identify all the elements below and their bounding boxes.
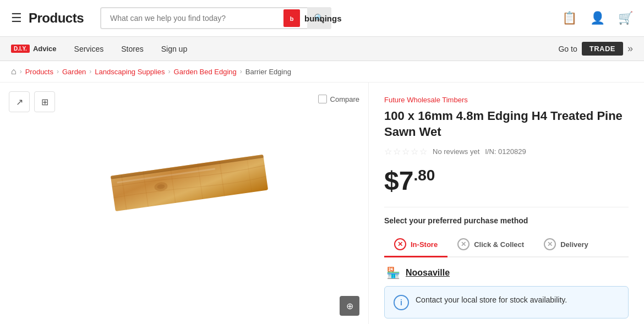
header-actions: 📋 👤 🛒 <box>562 11 633 25</box>
svg-text:b: b <box>290 15 294 22</box>
cart-icon: 🛒 <box>618 11 633 25</box>
bunnings-logo-svg: b bunnings <box>283 8 361 28</box>
breadcrumb-garden[interactable]: Garden <box>62 68 86 76</box>
rating-text: No reviews yet <box>433 147 479 156</box>
bunnings-logo: b bunnings <box>283 8 361 28</box>
trade-button[interactable]: TRADE <box>582 42 623 56</box>
product-image <box>96 132 272 275</box>
navbar: D.I.Y. Advice Services Stores Sign up Go… <box>0 37 644 61</box>
diy-advice-link[interactable]: D.I.Y. Advice <box>11 45 57 53</box>
breadcrumb-sep-0: › <box>20 68 22 75</box>
delivery-icon: ✕ <box>544 238 556 250</box>
share-button[interactable]: ↗ <box>9 91 30 112</box>
diy-badge: D.I.Y. <box>11 45 30 53</box>
svg-text:bunnings: bunnings <box>304 14 342 23</box>
price-cents: .80 <box>413 167 435 184</box>
store-building-icon: 🏪 <box>386 266 400 279</box>
star-4: ☆ <box>411 146 418 157</box>
hamburger-icon: ☰ <box>11 11 22 25</box>
bookmark-icon: ⊞ <box>41 97 48 107</box>
trade-arrows-icon: » <box>627 43 633 54</box>
product-image-area: ↗ ⊞ Compare <box>0 83 369 324</box>
site-logo: Products <box>29 10 84 26</box>
tab-delivery-label: Delivery <box>560 240 588 249</box>
home-icon[interactable]: ⌂ <box>11 67 17 76</box>
purchase-method-title: Select your preferred purchase method <box>384 216 629 225</box>
tab-in-store-label: In-Store <box>411 240 438 249</box>
rating-row: ☆ ☆ ☆ ☆ ☆ No reviews yet I/N: 0120829 <box>384 146 629 157</box>
store-row: 🏪 Noosaville <box>384 266 629 279</box>
tab-delivery[interactable]: ✕ Delivery <box>534 233 598 257</box>
breadcrumb-products[interactable]: Products <box>25 68 53 76</box>
method-tabs: ✕ In-Store ✕ Click & Collect ✕ Delivery <box>384 233 629 257</box>
zoom-button[interactable]: ⊕ <box>340 296 359 316</box>
account-icon: 👤 <box>590 11 605 25</box>
price-row: $7.80 <box>384 166 629 196</box>
zoom-icon: ⊕ <box>346 301 353 311</box>
product-top-actions: ↗ ⊞ <box>9 91 55 112</box>
breadcrumb: ⌂ › Products › Garden › Landscaping Supp… <box>0 61 644 83</box>
save-button[interactable]: ⊞ <box>34 91 55 112</box>
lists-button[interactable]: 📋 <box>562 11 577 25</box>
in-store-icon: ✕ <box>394 238 406 250</box>
breadcrumb-barrier-edging: Barrier Edging <box>245 68 291 76</box>
cart-button[interactable]: 🛒 <box>618 11 633 25</box>
tab-click-collect[interactable]: ✕ Click & Collect <box>447 233 534 257</box>
compare-checkbox[interactable] <box>318 95 327 103</box>
site-header: ☰ Products 🔍 b bunnings 📋 👤 🛒 <box>0 0 644 37</box>
stock-info-box: i Contact your local store for stock ava… <box>384 286 629 318</box>
trade-section: Go to TRADE » <box>558 42 633 56</box>
breadcrumb-sep-3: › <box>168 68 171 75</box>
star-1: ☆ <box>384 146 392 157</box>
info-icon: i <box>394 295 409 310</box>
go-to-label: Go to <box>558 45 577 53</box>
stock-info-text: Contact your local store for stock avail… <box>416 294 567 306</box>
breadcrumb-garden-bed-edging[interactable]: Garden Bed Edging <box>174 68 237 76</box>
main-content: ↗ ⊞ Compare <box>0 83 644 324</box>
price-divider <box>384 207 629 207</box>
star-3: ☆ <box>402 146 410 157</box>
compare-text: Compare <box>330 95 359 103</box>
menu-button[interactable]: ☰ <box>11 11 22 25</box>
brand-link[interactable]: Future Wholesale Timbers <box>384 96 629 104</box>
lists-icon: 📋 <box>562 11 577 25</box>
breadcrumb-sep-1: › <box>57 68 59 75</box>
nav-item-stores[interactable]: Stores <box>112 37 152 61</box>
star-5: ☆ <box>419 146 427 157</box>
nav-item-services[interactable]: Services <box>66 37 113 61</box>
account-button[interactable]: 👤 <box>590 11 605 25</box>
breadcrumb-sep-4: › <box>240 68 242 75</box>
advice-label: Advice <box>33 45 57 53</box>
share-icon: ↗ <box>16 97 23 107</box>
product-info-panel: Future Wholesale Timbers 100 x 16mm 4.8m… <box>369 83 644 324</box>
click-collect-icon: ✕ <box>457 238 470 250</box>
product-svg <box>96 132 283 242</box>
price-display: $7.80 <box>384 166 435 195</box>
star-2: ☆ <box>393 146 401 157</box>
nav-items: Services Stores Sign up <box>66 37 197 61</box>
breadcrumb-sep-2: › <box>89 68 91 75</box>
compare-label[interactable]: Compare <box>318 95 359 103</box>
tab-in-store[interactable]: ✕ In-Store <box>384 233 447 257</box>
svg-rect-3 <box>110 155 268 211</box>
price-dollar: $7 <box>384 166 413 195</box>
nav-item-signup[interactable]: Sign up <box>152 37 196 61</box>
item-number: I/N: 0120829 <box>485 147 526 156</box>
star-rating: ☆ ☆ ☆ ☆ ☆ <box>384 146 427 157</box>
tab-click-collect-label: Click & Collect <box>474 240 524 249</box>
product-title: 100 x 16mm 4.8m Edging H4 Treated Pine S… <box>384 108 629 140</box>
breadcrumb-landscaping[interactable]: Landscaping Supplies <box>95 68 165 76</box>
store-name-link[interactable]: Noosaville <box>406 268 450 278</box>
